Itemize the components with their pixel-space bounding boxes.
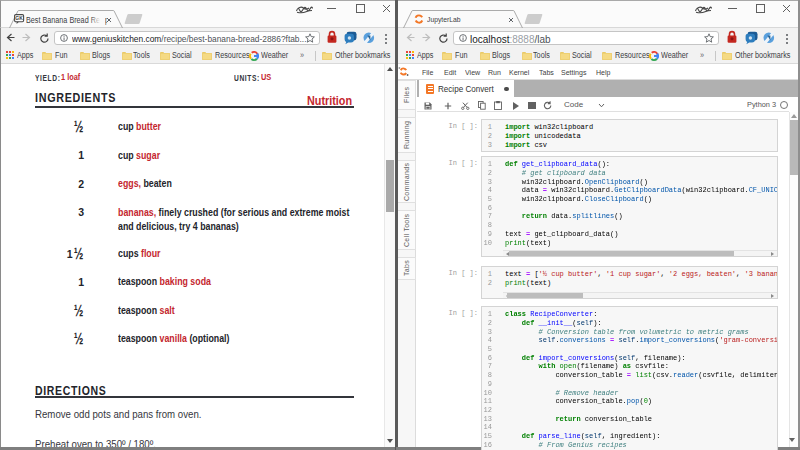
svg-text:GK: GK bbox=[15, 15, 23, 21]
